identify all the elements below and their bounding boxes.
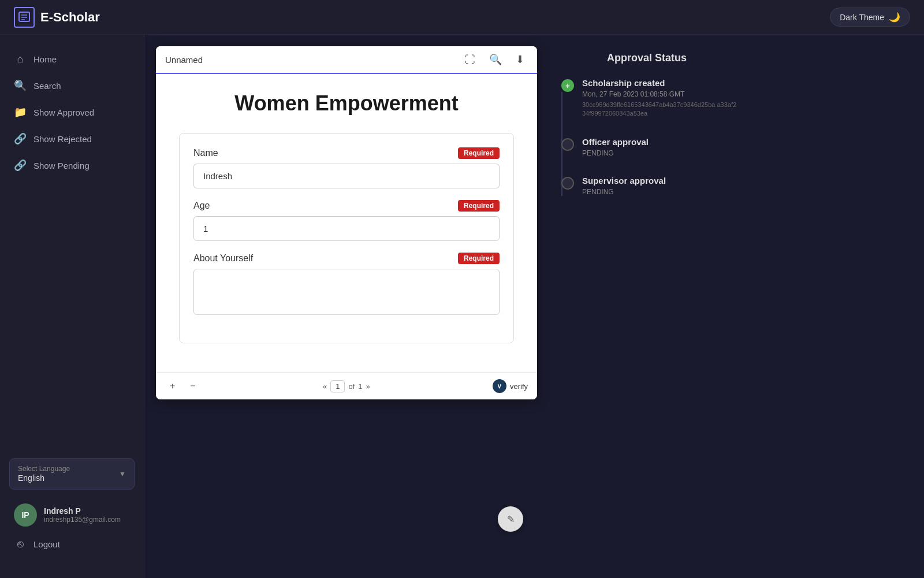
timeline-item-supervisor-approval: Supervisor approvalPENDING xyxy=(566,176,739,196)
timeline-dot-officer-approval xyxy=(561,138,574,151)
fab-button[interactable]: ✎ xyxy=(498,506,523,532)
sidebar-item-label: Show Approved xyxy=(33,108,94,117)
language-selector[interactable]: Select Language English ▼ xyxy=(9,458,135,490)
main-layout: ⌂Home🔍Search📁Show Approved🔗Show Rejected… xyxy=(0,35,924,578)
add-field-button[interactable]: + xyxy=(165,379,180,394)
form-field-2: About YourselfRequired xyxy=(193,253,500,317)
timeline-content-officer-approval: Officer approvalPENDING xyxy=(582,137,739,157)
field-label-1: Age xyxy=(193,201,210,211)
form-field-0: NameRequired xyxy=(193,147,500,188)
event-title-officer-approval: Officer approval xyxy=(582,137,739,147)
moon-icon: 🌙 xyxy=(889,12,900,23)
field-label-0: Name xyxy=(193,148,218,158)
user-name: Indresh P xyxy=(44,506,121,516)
event-hash-scholarship-created: 30cc969d39ffe6165343647ab4a37c9346d25ba … xyxy=(582,101,739,118)
avatar: IP xyxy=(14,503,37,527)
user-info: Indresh P indreshp135@gmail.com xyxy=(44,506,121,524)
field-input-1[interactable] xyxy=(193,216,500,241)
event-status-supervisor-approval: PENDING xyxy=(582,188,739,196)
search-icon: 🔍 xyxy=(14,79,27,92)
sidebar-item-label: Show Pending xyxy=(33,161,90,171)
user-email: indreshp135@gmail.com xyxy=(44,516,121,524)
download-button[interactable]: ⬇ xyxy=(512,52,528,67)
cert-body: Women Empowerment NameRequiredAgeRequire… xyxy=(156,74,537,372)
field-input-2[interactable] xyxy=(193,269,500,315)
logout-label: Logout xyxy=(33,539,60,549)
sidebar-item-label: Home xyxy=(33,54,57,64)
timeline-item-scholarship-created: +Scholarship createdMon, 27 Feb 2023 01:… xyxy=(566,78,739,118)
show-pending-icon: 🔗 xyxy=(14,159,27,172)
verify-text: verify xyxy=(510,382,528,391)
next-page-button[interactable]: » xyxy=(366,382,370,391)
home-icon: ⌂ xyxy=(14,53,27,65)
user-profile: IP Indresh P indreshp135@gmail.com xyxy=(9,499,135,531)
current-page: 1 xyxy=(330,380,345,392)
sidebar-item-label: Show Rejected xyxy=(33,134,92,144)
event-status-officer-approval: PENDING xyxy=(582,149,739,157)
timeline-dot-scholarship-created: + xyxy=(561,79,574,92)
show-rejected-icon: 🔗 xyxy=(14,132,27,145)
logo-text: E-Scholar xyxy=(40,10,100,25)
language-label: Select Language xyxy=(18,465,70,473)
field-header-2: About YourselfRequired xyxy=(193,253,500,264)
chevron-down-icon: ▼ xyxy=(119,470,126,478)
search-cert-button[interactable]: 🔍 xyxy=(486,52,505,67)
logo: E-Scholar xyxy=(14,7,100,28)
required-badge-2: Required xyxy=(458,253,500,264)
field-header-1: AgeRequired xyxy=(193,200,500,212)
cert-viewer-wrapper: Unnamed ⛶ 🔍 ⬇ Women Empowerment NameRequ… xyxy=(156,46,537,566)
prev-page-button[interactable]: « xyxy=(323,382,327,391)
field-header-0: NameRequired xyxy=(193,147,500,159)
logo-icon xyxy=(14,7,35,28)
cert-pagination: « 1 of 1 » xyxy=(323,380,370,392)
cert-footer-left: + − xyxy=(165,379,200,394)
timeline-content-scholarship-created: Scholarship createdMon, 27 Feb 2023 01:0… xyxy=(582,78,739,118)
sidebar-bottom: Select Language English ▼ IP Indresh P i… xyxy=(0,449,144,566)
approval-title: Approval Status xyxy=(554,52,739,64)
field-input-0[interactable] xyxy=(193,164,500,188)
required-badge-0: Required xyxy=(458,147,500,159)
show-approved-icon: 📁 xyxy=(14,106,27,118)
timeline-content-supervisor-approval: Supervisor approvalPENDING xyxy=(582,176,739,196)
cert-toolbar-actions: ⛶ 🔍 ⬇ xyxy=(461,52,528,67)
page-separator: of xyxy=(348,382,355,391)
sidebar-item-search[interactable]: 🔍Search xyxy=(0,72,144,99)
timeline-item-officer-approval: Officer approvalPENDING xyxy=(566,137,739,157)
cert-form-section: NameRequiredAgeRequiredAbout YourselfReq… xyxy=(179,133,514,343)
topbar: E-Scholar Dark Theme 🌙 xyxy=(0,0,924,35)
cert-main-title: Women Empowerment xyxy=(179,91,514,116)
language-value: English xyxy=(18,473,44,483)
dark-theme-button[interactable]: Dark Theme 🌙 xyxy=(830,8,910,27)
event-title-scholarship-created: Scholarship created xyxy=(582,78,739,88)
approval-panel: Approval Status +Scholarship createdMon,… xyxy=(554,46,739,566)
logout-icon: ⎋ xyxy=(14,538,27,550)
event-title-supervisor-approval: Supervisor approval xyxy=(582,176,739,186)
sidebar-item-show-pending[interactable]: 🔗Show Pending xyxy=(0,152,144,179)
cert-toolbar-title: Unnamed xyxy=(165,55,203,65)
sidebar: ⌂Home🔍Search📁Show Approved🔗Show Rejected… xyxy=(0,35,144,578)
sidebar-item-home[interactable]: ⌂Home xyxy=(0,46,144,72)
verify-logo: V verify xyxy=(493,379,528,393)
approval-timeline: +Scholarship createdMon, 27 Feb 2023 01:… xyxy=(554,78,739,196)
sidebar-item-show-rejected[interactable]: 🔗Show Rejected xyxy=(0,125,144,152)
field-label-2: About Yourself xyxy=(193,253,253,264)
dark-theme-label: Dark Theme xyxy=(840,13,884,22)
fullscreen-button[interactable]: ⛶ xyxy=(461,53,479,67)
sidebar-item-show-approved[interactable]: 📁Show Approved xyxy=(0,99,144,125)
cert-footer: + − « 1 of 1 » V verify xyxy=(156,372,537,399)
event-date-scholarship-created: Mon, 27 Feb 2023 01:08:58 GMT xyxy=(582,90,739,98)
cert-toolbar: Unnamed ⛶ 🔍 ⬇ xyxy=(156,46,537,74)
required-badge-1: Required xyxy=(458,200,500,212)
total-pages: 1 xyxy=(358,382,362,391)
logout-button[interactable]: ⎋ Logout xyxy=(9,531,135,557)
remove-field-button[interactable]: − xyxy=(185,379,200,394)
timeline-dot-supervisor-approval xyxy=(561,177,574,190)
form-field-1: AgeRequired xyxy=(193,200,500,241)
sidebar-item-label: Search xyxy=(33,81,61,91)
cert-viewer: Unnamed ⛶ 🔍 ⬇ Women Empowerment NameRequ… xyxy=(156,46,537,399)
verify-logo-icon: V xyxy=(493,379,506,393)
content-area: Unnamed ⛶ 🔍 ⬇ Women Empowerment NameRequ… xyxy=(144,35,924,578)
